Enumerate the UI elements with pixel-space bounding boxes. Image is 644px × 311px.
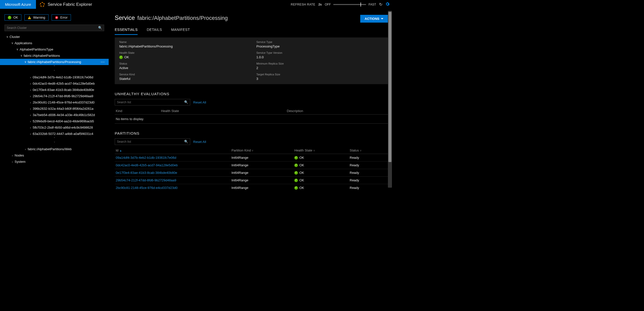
tree-partition[interactable]: ›3a7beb54-d006-4e34-a33e-49c49b1c582d (0, 112, 109, 118)
refresh-slider[interactable] (333, 4, 366, 5)
service-fabric-logo-icon (39, 2, 45, 7)
partition-health: OK (299, 163, 304, 167)
tree-partition[interactable]: ›09a14df4-3d7b-4eb2-b1db-19361fc7e06d (0, 74, 109, 80)
filter-icon[interactable]: ▿ (313, 149, 315, 152)
ok-status-icon (294, 179, 298, 182)
field-label: Service Kind (119, 73, 246, 76)
col-description[interactable]: Description (286, 108, 388, 115)
filter-ok-label: OK (13, 16, 18, 19)
partition-health: OK (299, 156, 304, 160)
tree-row-menu-icon[interactable]: ⋯ (101, 60, 106, 64)
error-status-icon (55, 16, 58, 19)
tree-nodes[interactable]: ›Nodes (0, 152, 109, 159)
col-id[interactable]: Id▲ (115, 147, 230, 154)
partition-id-link[interactable]: 2bc90c81-2148-45ce-976d-e4cd337d23d0 (115, 184, 230, 190)
tree-partition[interactable]: ›63a332b8-5072-4447-a4b8-a0af5f4031c4 (0, 131, 109, 137)
svg-point-4 (41, 6, 42, 7)
unhealthy-empty: No items to display. (115, 115, 388, 124)
search-cluster-input[interactable] (5, 25, 104, 31)
page-name: fabric:/AlphabetPartitions/Processing (137, 15, 228, 21)
svg-point-3 (43, 6, 44, 7)
ok-status-icon (294, 156, 298, 160)
field-value: OK (124, 55, 129, 59)
partition-id-link[interactable]: 29b54c74-212f-47dd-8fd6-9b2729d48aa9 (115, 177, 230, 184)
field-label: Status (119, 62, 246, 65)
partition-kind: Int64Range (230, 154, 293, 162)
partitions-search-input[interactable] (115, 138, 190, 145)
unhealthy-evaluations-title: UNHEALTHY EVALUATIONS (115, 92, 388, 96)
tree-system[interactable]: ›System (0, 159, 109, 165)
tree-partition[interactable]: ›0e17f3e4-83ae-41b3-8cab-384bde40b80e (0, 87, 109, 93)
table-row: 0e17f3e4-83ae-41b3-8cab-384bde40b80eInt6… (115, 169, 388, 177)
sort-asc-icon: ▲ (119, 149, 122, 152)
tree-partition[interactable]: ›2bc90c81-2148-45ce-976d-e4cd337d23d0 (0, 99, 109, 106)
partition-id-link[interactable]: 0e17f3e4-83ae-41b3-8cab-384bde40b80e (115, 169, 230, 177)
tree-app-instance[interactable]: ∨fabric:/AlphabetPartitions (0, 53, 109, 59)
azure-brand[interactable]: Microsoft Azure (0, 0, 36, 9)
field-label: Name (119, 40, 246, 43)
field-value: 3 (256, 77, 383, 81)
table-row: 29b54c74-212f-47dd-8fd6-9b2729d48aa9Int6… (115, 177, 388, 184)
col-status[interactable]: Status▿ (349, 147, 388, 154)
slider-fast-label: FAST (369, 3, 376, 6)
ok-status-icon (8, 16, 11, 19)
partitions-reset-link[interactable]: Reset All (193, 140, 206, 144)
tab-manifest[interactable]: MANIFEST (171, 26, 190, 35)
ok-status-icon (119, 56, 123, 59)
partition-status: Ready (349, 184, 388, 190)
table-row: 2bc90c81-2148-45ce-976d-e4cd337d23d0Int6… (115, 184, 388, 190)
svg-point-1 (42, 2, 43, 3)
field-label: Service Type (256, 40, 383, 43)
partition-kind: Int64Range (230, 184, 293, 190)
page-kind: Service (115, 14, 135, 21)
col-health[interactable]: Health State (160, 108, 286, 115)
field-value: Stateful (119, 77, 246, 81)
svg-point-2 (44, 3, 45, 4)
filter-icon[interactable]: ▿ (360, 149, 361, 152)
warning-status-icon (28, 16, 31, 19)
tree-down-icon[interactable]: ˅ (0, 137, 109, 141)
filter-error-button[interactable]: Error (52, 14, 71, 21)
filter-warning-label: Warning (33, 16, 45, 19)
tree-expand-down-icon[interactable]: ˅ (0, 141, 109, 146)
chevron-down-icon (381, 18, 383, 19)
field-value: ProcessingType (256, 44, 383, 48)
actions-button[interactable]: ACTIONS (360, 15, 388, 23)
tree-up-icon[interactable]: ⌃ (0, 70, 109, 74)
tab-details[interactable]: DETAILS (147, 26, 162, 35)
partition-kind: Int64Range (230, 169, 293, 177)
col-partition-kind[interactable]: Partition Kind▿ (230, 147, 293, 154)
svg-point-5 (40, 3, 41, 4)
tree-cluster[interactable]: ∨Cluster (0, 34, 109, 40)
partition-id-link[interactable]: 09a14df4-3d7b-4eb2-b1db-19361fc7e06d (115, 154, 230, 162)
tree-partition[interactable]: ›396b2632-b32a-44a3-b60f-8f064a2d261a (0, 106, 109, 112)
partition-id-link[interactable]: 0dc42ac0-4ed8-42b5-acd7-94a128e5d0eb (115, 162, 230, 169)
filter-icon[interactable]: ▿ (252, 149, 253, 152)
partition-health: OK (299, 186, 304, 190)
refresh-rate-label: REFRESH RATE (291, 3, 315, 6)
settings-gear-icon[interactable] (385, 2, 389, 7)
tree-partition[interactable]: ›528febd9-becd-4d04-aa2d-48de969bacb5 (0, 118, 109, 124)
partition-status: Ready (349, 162, 388, 169)
svg-rect-8 (29, 18, 29, 19)
tree-partition[interactable]: ›29b54c74-212f-47dd-8fd6-9b2729d48aa9 (0, 93, 109, 99)
tree-applications[interactable]: ∨Applications (0, 40, 109, 46)
col-health-state[interactable]: Health State▿ (293, 147, 349, 154)
refresh-icon[interactable]: ↻ (379, 2, 382, 7)
tree-collapse-up-icon[interactable]: ⌃ (0, 65, 109, 70)
col-kind[interactable]: Kind (115, 108, 160, 115)
tab-essentials[interactable]: ESSENTIALS (115, 26, 138, 35)
filter-warning-button[interactable]: Warning (24, 14, 49, 21)
tree-app-type[interactable]: ∨AlphabetPartitionsType (0, 46, 109, 53)
unhealthy-search-input[interactable] (115, 99, 190, 106)
tree-service-processing[interactable]: ∨fabric:/AlphabetPartitions/Processing⋯ (0, 59, 109, 65)
filter-ok-button[interactable]: OK (5, 14, 21, 21)
tree-partition[interactable]: ›0dc42ac0-4ed8-42b5-acd7-94a128e5d0eb (0, 80, 109, 87)
tree-partition[interactable]: ›5fb703c2-2bdf-4b50-a86d-e4c9c9498628 (0, 124, 109, 131)
ok-status-icon (294, 171, 298, 175)
partition-health: OK (299, 178, 304, 182)
unhealthy-reset-link[interactable]: Reset All (193, 100, 206, 104)
svg-rect-7 (29, 17, 29, 18)
tree-service-web[interactable]: ›fabric:/AlphabetPartitions/Web (0, 146, 109, 152)
scrollbar[interactable] (388, 11, 392, 188)
